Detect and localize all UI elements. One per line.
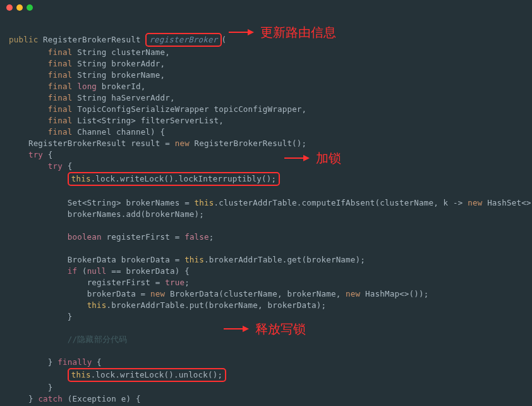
paren: ( <box>222 35 227 44</box>
hl-method-name: registerBroker <box>145 33 221 47</box>
maximize-icon[interactable] <box>27 4 33 11</box>
code-line: BrokerData(clusterName, brokerName, <box>165 289 346 298</box>
param: topicConfigWrapper, <box>214 104 307 114</box>
brace: } <box>28 394 33 403</box>
close-icon[interactable] <box>6 4 13 11</box>
kw-public: public <box>9 35 38 44</box>
kw-new: new <box>175 138 190 148</box>
window-titlebar <box>0 0 532 15</box>
type: String <box>77 93 106 102</box>
brace: { <box>43 150 52 159</box>
param: haServerAddr, <box>111 93 174 102</box>
kw-this: this <box>184 255 204 264</box>
brace: } <box>48 357 53 367</box>
code-line: .lock.writeLock().unlock(); <box>91 370 223 379</box>
kw-final: final <box>48 127 73 137</box>
code-line: registerFirst = <box>102 232 184 242</box>
code-line: brokerNames.add(brokerName); <box>68 209 204 219</box>
param: filterServerList, <box>141 116 224 125</box>
code-line: .brokerAddrTable.put(brokerName, brokerD… <box>107 300 327 310</box>
kw-boolean: boolean <box>68 232 102 242</box>
kw-final: final <box>48 59 73 68</box>
method-name: registerBroker <box>149 35 217 44</box>
brace: { <box>92 357 101 367</box>
kw-this: this <box>195 198 214 207</box>
kw-this: this <box>87 300 107 310</box>
kw-final: final <box>48 82 73 91</box>
type: long <box>77 82 97 91</box>
hl-lock-acquire: this.lock.writeLock().lockInterruptibly(… <box>68 172 280 186</box>
kw-final: final <box>48 70 73 80</box>
param: channel) { <box>116 127 165 137</box>
type: String <box>77 47 106 57</box>
semi: ; <box>209 232 214 242</box>
kw-final: final <box>48 116 73 125</box>
brace: } <box>48 383 53 392</box>
brace: { <box>63 161 72 171</box>
semi: ; <box>184 278 190 287</box>
code-line: RegisterBrokerResult result = <box>28 138 175 148</box>
kw-final: final <box>48 47 73 57</box>
kw-new: new <box>346 289 360 298</box>
type: List<String> <box>77 116 136 125</box>
code-line: Set<String> brokerNames = <box>68 198 195 207</box>
param: brokerName, <box>111 70 165 80</box>
code-line: HashMap<>()); <box>360 289 428 298</box>
literal: true <box>165 278 184 287</box>
literal: null <box>87 266 107 276</box>
kw-try: try <box>28 150 43 159</box>
param: brokerId, <box>102 82 146 91</box>
type: Channel <box>77 127 111 137</box>
code-line: .brokerAddrTable.get(brokerName); <box>204 255 365 264</box>
minimize-icon[interactable] <box>16 4 23 11</box>
hl-lock-release: this.lock.writeLock().unlock(); <box>68 368 227 382</box>
kw-final: final <box>48 104 73 114</box>
kw-new: new <box>150 289 165 298</box>
kw-try: try <box>48 161 63 171</box>
type: TopicConfigSerializeWrapper <box>77 104 209 114</box>
code-line: registerFirst = <box>87 278 166 287</box>
comment: //隐藏部分代码 <box>68 335 128 344</box>
code-editor: public RegisterBrokerResult registerBrok… <box>0 15 532 406</box>
param: brokerAddr, <box>111 59 165 68</box>
kw-this: this <box>71 174 91 183</box>
param: clusterName, <box>111 47 170 57</box>
kw-final: final <box>48 93 73 102</box>
code-line: == brokerData) { <box>107 266 190 276</box>
kw-catch: catch <box>38 394 63 403</box>
code-line: brokerData = <box>87 289 150 298</box>
code-line: (Exception e) { <box>63 394 141 403</box>
type: String <box>77 59 106 68</box>
code-line: BrokerData brokerData = <box>68 255 184 264</box>
code-line: .clusterAddrTable.computeIfAbsent(cluste… <box>214 198 468 207</box>
type: String <box>77 70 106 80</box>
brace: } <box>68 312 73 321</box>
type-return: RegisterBrokerResult <box>43 35 141 44</box>
code-line: HashSet<>()); <box>482 198 532 207</box>
kw-finally: finally <box>57 357 92 367</box>
literal: false <box>184 232 209 242</box>
kw-if: if <box>68 266 77 276</box>
kw-this: this <box>71 370 91 379</box>
kw-new: new <box>468 198 482 207</box>
code-line: RegisterBrokerResult(); <box>190 138 306 148</box>
code-line: .lock.writeLock().lockInterruptibly(); <box>91 174 277 183</box>
